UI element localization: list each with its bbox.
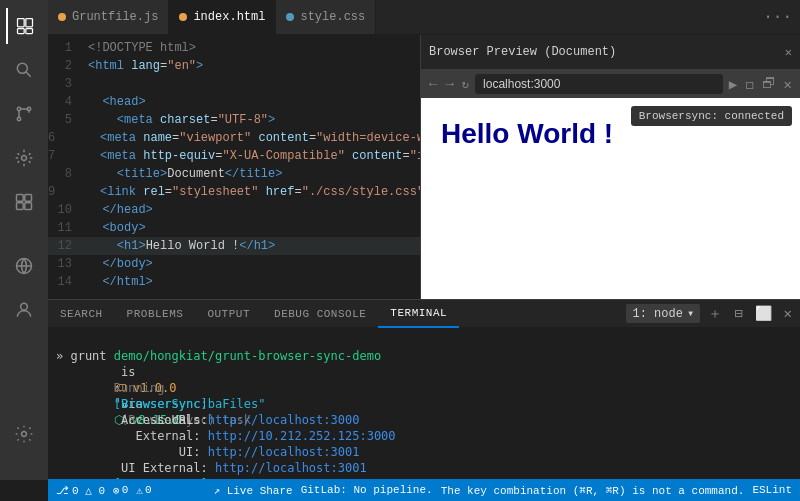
terminal-content[interactable]: demo/hongkiat/grunt-browser-sync-demo is… — [48, 328, 800, 479]
tab-icon-style-css — [286, 13, 294, 21]
browser-restore-icon[interactable]: ◻ — [743, 76, 755, 93]
panel-tab-problems[interactable]: PROBLEMS — [115, 300, 196, 328]
node-dropdown[interactable]: 1: node ▾ — [626, 304, 700, 323]
gitlab-status[interactable]: GitLab: No pipeline. — [301, 484, 433, 496]
editor-line-4: 4 <head> — [48, 93, 420, 111]
browser-toolbar-right: ▶ ◻ 🗗 ✕ — [727, 76, 794, 93]
editor-line-2: 2<html lang="en"> — [48, 57, 420, 75]
line-number: 2 — [48, 57, 88, 75]
line-number: 11 — [48, 219, 88, 237]
activity-bar — [0, 0, 48, 480]
panel-tab-output[interactable]: OUTPUT — [195, 300, 262, 328]
terminal-prompt-path: demo/hongkiat/grunt-browser-sync-demo — [114, 349, 381, 363]
line-number: 5 — [48, 111, 88, 129]
browser-controls: ← → ↻ ▶ ◻ 🗗 ✕ — [421, 70, 800, 98]
browser-tab-close-icon[interactable]: ✕ — [785, 45, 792, 60]
editor-line-10: 10 </head> — [48, 201, 420, 219]
status-git-branch[interactable]: ⎇ 0 △ 0 — [56, 484, 105, 497]
tab-gruntfile[interactable]: Gruntfile.js — [48, 0, 169, 34]
svg-point-6 — [17, 107, 20, 110]
browsersync-badge: Browsersync: connected — [631, 106, 792, 126]
line-content: <h1>Hello World !</h1> — [88, 237, 275, 255]
svg-point-4 — [17, 63, 27, 73]
browser-titlebar: Browser Preview (Document) ✕ — [421, 35, 800, 70]
status-warnings[interactable]: ⚠ 0 — [136, 484, 151, 497]
svg-rect-12 — [25, 195, 32, 202]
svg-rect-11 — [17, 195, 24, 202]
eslint-status[interactable]: ESLint — [752, 484, 792, 496]
line-number: 12 — [48, 237, 88, 255]
status-left: ⎇ 0 △ 0 ⊗ 0 ⚠ 0 — [56, 484, 152, 497]
line-number: 7 — [48, 147, 71, 165]
browser-tab-label: Browser Preview (Document) — [429, 45, 779, 59]
tab-bar: Gruntfile.js index.html style.css ··· — [48, 0, 800, 35]
editor-line-14: 14 </html> — [48, 273, 420, 291]
browser-close-icon[interactable]: 🗗 — [760, 76, 778, 92]
svg-point-16 — [21, 303, 28, 310]
svg-rect-2 — [18, 29, 25, 34]
activity-icon-search[interactable] — [6, 52, 42, 88]
line-content: <meta http-equiv="X-UA-Compatible" conte… — [71, 147, 420, 165]
line-number: 1 — [48, 39, 88, 57]
line-number: 10 — [48, 201, 88, 219]
status-errors[interactable]: ⊗ 0 — [113, 484, 128, 497]
browser-address-bar[interactable] — [475, 74, 723, 94]
browser-body: Hello World ! Browsersync: connected — [421, 98, 800, 299]
activity-icon-settings[interactable] — [6, 416, 42, 452]
line-number: 8 — [48, 165, 88, 183]
panel-add-icon[interactable]: ＋ — [704, 303, 726, 325]
line-number: 3 — [48, 75, 88, 93]
editor-line-5: 5 <meta charset="UTF-8"> — [48, 111, 420, 129]
node-dropdown-arrow: ▾ — [687, 306, 694, 321]
editor-line-9: 9 <link rel="stylesheet" href="./css/sty… — [48, 183, 420, 201]
live-share-icon: ↗ — [213, 485, 220, 497]
editor-line-6: 6 <meta name="viewport" content="width=d… — [48, 129, 420, 147]
line-content: <meta name="viewport" content="width=dev… — [71, 129, 420, 147]
editor-line-13: 13 </body> — [48, 255, 420, 273]
activity-icon-remote[interactable] — [6, 248, 42, 284]
browser-refresh-button[interactable]: ↻ — [460, 77, 471, 92]
keybinding-status: The key combination (⌘R, ⌘R) is not a co… — [441, 484, 745, 497]
line-content: <!DOCTYPE html> — [88, 39, 196, 57]
line-content: </head> — [88, 201, 153, 219]
svg-line-5 — [26, 72, 31, 77]
panel-close-icon[interactable]: ✕ — [780, 303, 796, 324]
activity-icon-debug[interactable] — [6, 140, 42, 176]
svg-point-17 — [22, 432, 27, 437]
panel-tab-terminal[interactable]: TERMINAL — [378, 300, 459, 328]
tab-index-html[interactable]: index.html — [169, 0, 276, 34]
tab-style-css[interactable]: style.css — [276, 0, 376, 34]
browser-preview: Browser Preview (Document) ✕ ← → ↻ ▶ ◻ 🗗… — [420, 35, 800, 299]
terminal-prompt-is: is — [114, 365, 143, 379]
activity-icon-extensions[interactable] — [6, 184, 42, 220]
tab-label-index-html: index.html — [193, 10, 265, 24]
svg-rect-1 — [26, 19, 33, 27]
warning-icon: ⚠ — [136, 484, 143, 497]
line-content: <meta charset="UTF-8"> — [88, 111, 275, 129]
svg-rect-13 — [17, 203, 24, 210]
live-share-label: Live Share — [227, 485, 293, 497]
panel-tab-debug-console[interactable]: DEBUG CONSOLE — [262, 300, 378, 328]
node-label: 1: node — [632, 307, 682, 321]
browser-settings-icon[interactable]: ✕ — [782, 76, 794, 93]
terminal-line-running: Running "BrowserSync:baFiles" (BrowserSy… — [56, 364, 792, 380]
tab-more-button[interactable]: ··· — [755, 8, 800, 26]
browser-play-icon[interactable]: ▶ — [727, 76, 739, 93]
code-editor[interactable]: 1<!DOCTYPE html>2<html lang="en">34 <hea… — [48, 35, 420, 299]
live-share-button[interactable]: ↗ Live Share — [213, 484, 292, 497]
browser-forward-button[interactable]: → — [443, 76, 455, 92]
browser-back-button[interactable]: ← — [427, 76, 439, 92]
git-branch-label: 0 △ 0 — [72, 484, 105, 497]
activity-icon-source-control[interactable] — [6, 96, 42, 132]
editor-line-11: 11 <body> — [48, 219, 420, 237]
line-content: <html lang="en"> — [88, 57, 203, 75]
activity-icon-accounts[interactable] — [6, 292, 42, 328]
panel-tab-search[interactable]: SEARCH — [48, 300, 115, 328]
panel-split-icon[interactable]: ⊟ — [730, 303, 746, 324]
terminal-line-prompt: demo/hongkiat/grunt-browser-sync-demo is… — [56, 332, 792, 348]
svg-rect-0 — [18, 19, 25, 27]
panel-maximize-icon[interactable]: ⬜ — [751, 303, 776, 324]
activity-icon-explorer[interactable] — [6, 8, 42, 44]
panel-right-icons: 1: node ▾ ＋ ⊟ ⬜ ✕ — [626, 303, 800, 325]
line-content: </html> — [88, 273, 153, 291]
